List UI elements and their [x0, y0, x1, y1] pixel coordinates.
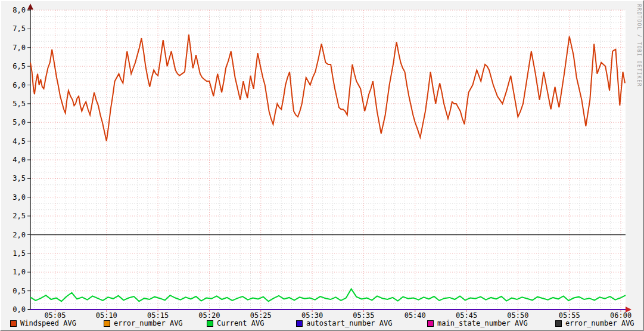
- svg-text:4,5: 4,5: [13, 137, 26, 146]
- svg-text:8,0: 8,0: [13, 6, 26, 14]
- svg-text:05:20: 05:20: [198, 311, 220, 318]
- svg-text:05:15: 05:15: [147, 311, 169, 318]
- svg-text:3,0: 3,0: [13, 193, 26, 202]
- svg-text:6,5: 6,5: [13, 62, 26, 70]
- legend: Windspeed AVG error_number AVG Current A…: [1, 319, 643, 329]
- legend-color-swatch-error-number-2: [555, 320, 562, 327]
- legend-label: error_number AVG: [114, 319, 183, 327]
- svg-text:05:50: 05:50: [507, 311, 528, 318]
- svg-text:2,0: 2,0: [13, 231, 26, 239]
- svg-text:05:35: 05:35: [353, 311, 374, 318]
- svg-text:3,5: 3,5: [13, 174, 26, 182]
- legend-color-swatch-main-state-number: [427, 320, 434, 327]
- svg-text:4,0: 4,0: [13, 156, 26, 164]
- legend-label: error_number AVG: [565, 319, 634, 327]
- legend-label: Windspeed AVG: [20, 319, 76, 327]
- svg-text:05:05: 05:05: [44, 311, 66, 318]
- legend-color-swatch-windspeed: [10, 320, 17, 327]
- legend-color-swatch-error-number: [104, 320, 110, 327]
- svg-text:1,5: 1,5: [13, 249, 26, 258]
- rrdtool-graph-canvas: 8,07,57,06,56,05,55,04,54,03,53,02,52,01…: [0, 0, 644, 331]
- legend-item-autostart-number: autostart_number AVG: [296, 319, 393, 327]
- legend-label: Current AVG: [217, 319, 264, 327]
- legend-item-windspeed: Windspeed AVG: [10, 319, 76, 327]
- rrd-chart-plot: 8,07,57,06,56,05,55,04,54,03,53,02,52,01…: [1, 1, 644, 318]
- svg-text:05:45: 05:45: [456, 311, 477, 318]
- svg-text:06:00: 06:00: [610, 311, 631, 318]
- svg-text:1,0: 1,0: [13, 268, 26, 276]
- legend-color-swatch-current: [207, 320, 213, 327]
- rrdtool-watermark: RRDTOOL / TOBI OETIKER: [636, 4, 642, 87]
- legend-label: main_state_number AVG: [437, 319, 528, 327]
- svg-text:0,0: 0,0: [13, 305, 26, 314]
- svg-text:05:30: 05:30: [301, 311, 323, 318]
- svg-text:0,5: 0,5: [13, 287, 26, 295]
- svg-text:05:55: 05:55: [559, 311, 580, 318]
- legend-item-error-number-2: error_number AVG: [555, 319, 634, 327]
- svg-text:5,0: 5,0: [13, 118, 26, 126]
- legend-label: autostart_number AVG: [306, 319, 393, 327]
- legend-item-main-state-number: main_state_number AVG: [427, 319, 528, 327]
- svg-text:05:40: 05:40: [405, 311, 426, 318]
- svg-text:6,0: 6,0: [13, 81, 26, 89]
- legend-item-current: Current AVG: [207, 319, 264, 327]
- svg-text:2,5: 2,5: [13, 212, 26, 220]
- svg-text:05:25: 05:25: [250, 311, 272, 318]
- svg-text:05:10: 05:10: [96, 311, 117, 318]
- legend-item-error-number: error_number AVG: [104, 319, 183, 327]
- svg-text:7,0: 7,0: [13, 44, 26, 52]
- svg-text:5,5: 5,5: [13, 100, 26, 108]
- svg-text:7,5: 7,5: [13, 24, 26, 33]
- legend-color-swatch-autostart-number: [296, 320, 303, 327]
